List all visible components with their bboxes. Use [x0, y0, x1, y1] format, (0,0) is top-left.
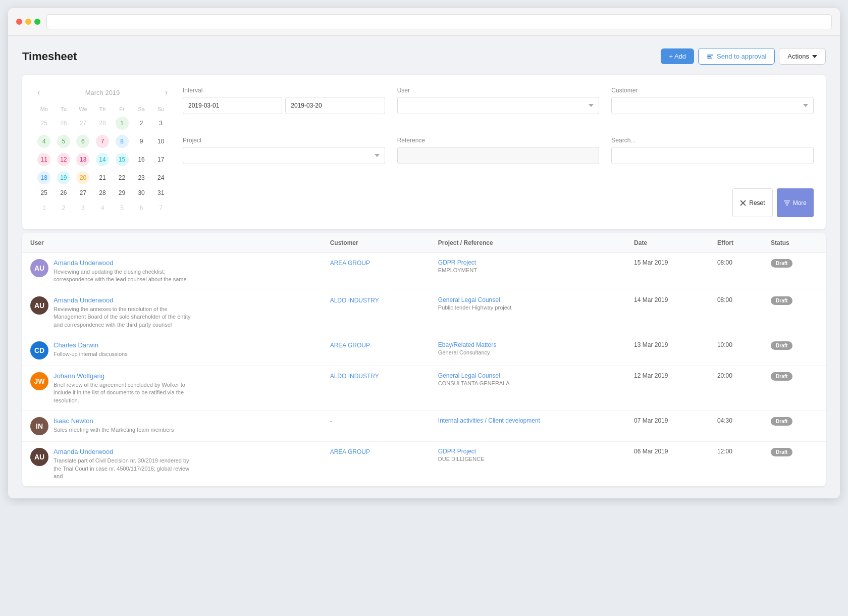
project-name[interactable]: Ebay/Related Matters: [438, 341, 618, 348]
calendar-day[interactable]: 28: [93, 114, 113, 132]
calendar-day[interactable]: 9: [132, 132, 151, 150]
calendar-day[interactable]: 5: [112, 199, 132, 217]
calendar-day[interactable]: 7: [93, 132, 113, 150]
project-select[interactable]: [183, 147, 385, 164]
user-description: Sales meeting with the Marketing team me…: [54, 426, 174, 434]
calendar-day[interactable]: 30: [132, 187, 151, 199]
table-row[interactable]: IN Isaac Newton Sales meeting with the M…: [22, 411, 826, 442]
avatar: JW: [30, 372, 48, 390]
table-row[interactable]: AU Amanda Underwood Reviewing the annexe…: [22, 290, 826, 335]
calendar-header: ‹ March 2019 ›: [34, 87, 171, 98]
calendar-day[interactable]: 4: [34, 132, 54, 150]
calendar-day[interactable]: 4: [93, 199, 113, 217]
customer-name[interactable]: AREA GROUP: [330, 448, 370, 455]
customer-name[interactable]: ALDO INDUSTRY: [330, 297, 379, 304]
calendar-day[interactable]: 23: [132, 169, 151, 187]
filter-body: ‹ March 2019 › Mo Tu We Th Fr: [34, 87, 814, 217]
customer-cell: AREA GROUP: [322, 442, 430, 487]
calendar-day[interactable]: 20: [73, 169, 93, 187]
address-bar[interactable]: [46, 14, 832, 29]
reset-button[interactable]: Reset: [732, 188, 772, 217]
user-cell: JW Johann Wolfgang Brief review of the a…: [30, 372, 314, 404]
search-filter-group: Search...: [611, 137, 814, 179]
project-name[interactable]: GDPR Project: [438, 448, 618, 455]
calendar-day[interactable]: 13: [73, 150, 93, 169]
customer-name[interactable]: ALDO INDUSTRY: [330, 373, 379, 380]
calendar-day[interactable]: 2: [54, 199, 74, 217]
calendar-day[interactable]: 3: [151, 114, 171, 132]
calendar-day[interactable]: 1: [112, 114, 132, 132]
cal-weekday-mo: Mo: [34, 104, 54, 114]
calendar-day[interactable]: 17: [151, 150, 171, 169]
calendar-day[interactable]: 24: [151, 169, 171, 187]
calendar-day[interactable]: 28: [93, 187, 113, 199]
user-cell-container: JW Johann Wolfgang Brief review of the a…: [22, 366, 322, 410]
calendar-day[interactable]: 22: [112, 169, 132, 187]
customer-select[interactable]: [611, 97, 814, 114]
status-badge: Draft: [771, 259, 792, 268]
svg-rect-1: [707, 56, 711, 57]
customer-name[interactable]: AREA GROUP: [330, 342, 370, 349]
calendar-day[interactable]: 27: [73, 114, 93, 132]
calendar-day[interactable]: 14: [93, 150, 113, 169]
calendar-day[interactable]: 16: [132, 150, 151, 169]
calendar-day[interactable]: 31: [151, 187, 171, 199]
calendar-day[interactable]: 10: [151, 132, 171, 150]
col-status: Status: [763, 233, 826, 253]
date-cell: 15 Mar 2019: [626, 253, 709, 290]
calendar-day[interactable]: 25: [34, 187, 54, 199]
calendar-day[interactable]: 1: [34, 199, 54, 217]
calendar-day[interactable]: 26: [54, 114, 74, 132]
calendar-day[interactable]: 15: [112, 150, 132, 169]
calendar-day[interactable]: 3: [73, 199, 93, 217]
project-name[interactable]: General Legal Counsel: [438, 372, 618, 379]
user-cell-container: AU Amanda Underwood Translate part of Ci…: [22, 442, 322, 487]
minimize-button[interactable]: [25, 19, 31, 25]
actions-button[interactable]: Actions: [779, 48, 826, 65]
project-reference: CONSULTANTA GENERALA: [438, 380, 618, 386]
user-info: Johann Wolfgang Brief review of the agre…: [54, 372, 195, 404]
calendar-next-button[interactable]: ›: [162, 87, 171, 98]
interval-from-input[interactable]: [183, 97, 282, 114]
calendar-day[interactable]: 19: [54, 169, 74, 187]
maximize-button[interactable]: [34, 19, 40, 25]
table-row[interactable]: JW Johann Wolfgang Brief review of the a…: [22, 366, 826, 410]
calendar-day[interactable]: 12: [54, 150, 74, 169]
table-row[interactable]: CD Charles Darwin Follow-up internal dis…: [22, 335, 826, 366]
send-approval-button[interactable]: Send to approval: [698, 48, 775, 65]
calendar-day[interactable]: 11: [34, 150, 54, 169]
calendar-day[interactable]: 6: [73, 132, 93, 150]
calendar-day[interactable]: 26: [54, 187, 74, 199]
table-row[interactable]: AU Amanda Underwood Reviewing and updati…: [22, 253, 826, 290]
calendar-day[interactable]: 27: [73, 187, 93, 199]
status-cell: Draft: [763, 411, 826, 442]
more-button[interactable]: More: [777, 188, 814, 217]
calendar-day[interactable]: 2: [132, 114, 151, 132]
calendar-day[interactable]: 29: [112, 187, 132, 199]
title-bar: [8, 8, 840, 36]
calendar-day[interactable]: 8: [112, 132, 132, 150]
project-cell: GDPR Project DUE DILLIGENCE: [430, 442, 626, 487]
project-cell: Ebay/Related Matters General Consultancy: [430, 335, 626, 366]
project-name[interactable]: General Legal Counsel: [438, 296, 618, 303]
calendar-day[interactable]: 18: [34, 169, 54, 187]
chevron-down-icon: [812, 55, 817, 58]
calendar-day[interactable]: 6: [132, 199, 151, 217]
reference-select[interactable]: [397, 147, 600, 164]
close-button[interactable]: [16, 19, 22, 25]
add-button[interactable]: + Add: [661, 48, 694, 64]
calendar-day[interactable]: 21: [93, 169, 113, 187]
customer-name[interactable]: AREA GROUP: [330, 260, 370, 267]
calendar-prev-button[interactable]: ‹: [34, 87, 43, 98]
user-select[interactable]: [397, 97, 600, 114]
project-name[interactable]: GDPR Project: [438, 259, 618, 266]
effort-cell: 12:00: [709, 442, 763, 487]
project-name[interactable]: Internal activities / Client development: [438, 417, 618, 424]
interval-to-input[interactable]: [285, 97, 385, 114]
calendar-day[interactable]: 5: [54, 132, 74, 150]
calendar-day[interactable]: 7: [151, 199, 171, 217]
table-row[interactable]: AU Amanda Underwood Translate part of Ci…: [22, 442, 826, 487]
search-input[interactable]: [611, 147, 814, 164]
reference-filter-group: Reference: [397, 137, 600, 179]
calendar-day[interactable]: 25: [34, 114, 54, 132]
